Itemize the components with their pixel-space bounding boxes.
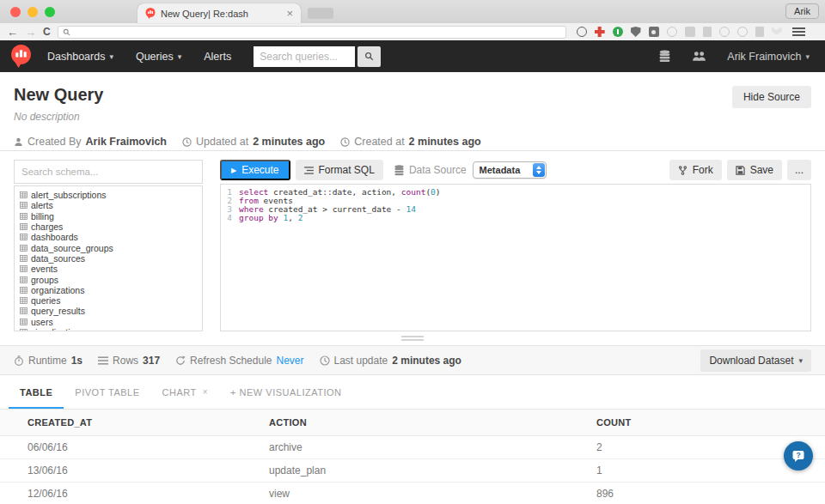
new-tab-button[interactable] [308, 8, 333, 19]
reload-icon[interactable]: C [43, 27, 51, 37]
table-grid-icon [20, 276, 28, 283]
schema-browser: alert_subscriptionsalertsbillingchargesd… [14, 160, 203, 331]
dimmed-extension-icon[interactable] [667, 27, 677, 37]
data-source-select[interactable]: Metadata [473, 161, 547, 179]
refresh-schedule-link[interactable]: Never [276, 355, 303, 367]
table-grid-icon [20, 297, 28, 304]
close-icon[interactable] [203, 387, 208, 397]
column-header[interactable]: CREATED_AT [0, 417, 269, 428]
editor-resize-handle[interactable] [401, 336, 424, 343]
dimmed-extension-icon[interactable] [685, 27, 695, 37]
sql-code: select created_at::date, action, count(0… [235, 188, 441, 331]
table-grid-icon [20, 245, 28, 252]
tab-table[interactable]: TABLE [9, 375, 64, 409]
browser-profile-button[interactable]: Arik [785, 3, 819, 19]
results-table: CREATED_AT ACTION COUNT 06/06/16 archive… [0, 410, 825, 504]
back-icon[interactable]: ← [7, 27, 18, 38]
user-menu[interactable]: Arik Fraimovich [727, 51, 810, 63]
forward-icon[interactable]: → [25, 27, 36, 38]
schema-table-item[interactable]: data_sources [20, 253, 202, 264]
column-header[interactable]: COUNT [596, 417, 825, 428]
shield-extension-icon[interactable] [631, 27, 641, 37]
schema-table-item[interactable]: alerts [20, 200, 202, 210]
extension-icons [577, 27, 782, 37]
history-extension-icon[interactable] [595, 27, 605, 37]
sql-editor[interactable]: 1234 select created_at::date, action, co… [220, 184, 811, 331]
schema-table-item[interactable]: query_results [20, 306, 202, 316]
cell-action: view [269, 488, 596, 500]
browser-tab[interactable]: New Query| Re:dash [138, 3, 301, 23]
download-dataset-button[interactable]: Download Dataset [700, 349, 811, 372]
zoom-window-button[interactable] [45, 7, 55, 17]
dimmed-extension-icon[interactable] [772, 27, 782, 37]
last-update: Last update2 minutes ago [320, 355, 461, 367]
cell-count: 896 [596, 488, 825, 500]
browser-address-row: ← → C [0, 23, 825, 40]
table-row: 12/06/16 view 896 [0, 483, 825, 504]
table-grid-icon [20, 255, 28, 262]
green-circle-extension-icon[interactable] [613, 27, 623, 37]
camera-extension-icon[interactable] [649, 27, 659, 37]
schema-table-item[interactable]: groups [20, 274, 202, 284]
editor-toolbar: Execute Format SQL Data Source Metadata … [220, 160, 811, 180]
minimize-window-button[interactable] [28, 7, 38, 17]
tab-chart[interactable]: CHART [151, 375, 220, 409]
created-at: Created at2 minutes ago [340, 136, 480, 148]
select-stepper-icon [533, 163, 545, 177]
more-options-button[interactable]: ... [787, 160, 811, 180]
fork-button[interactable]: Fork [669, 160, 722, 180]
tab-pivot-table[interactable]: PIVOT TABLE [64, 375, 150, 409]
table-grid-icon [20, 191, 28, 198]
schema-table-item[interactable]: charges [20, 222, 202, 232]
browser-menu-icon[interactable] [792, 27, 805, 36]
column-header[interactable]: ACTION [269, 417, 596, 428]
search-queries-button[interactable] [358, 46, 381, 67]
search-icon [364, 52, 374, 61]
clock-icon [182, 137, 192, 147]
schema-table-item[interactable]: organizations [20, 285, 202, 295]
nav-queries[interactable]: Queries [136, 51, 181, 63]
cell-action: update_plan [269, 465, 596, 477]
browser-tab-strip: New Query| Re:dash Arik [0, 0, 825, 23]
runtime: Runtime1s [14, 355, 82, 367]
schema-table-item[interactable]: queries [20, 295, 202, 306]
schema-table-list: alert_subscriptionsalertsbillingchargesd… [14, 185, 203, 331]
schema-search-input[interactable] [14, 160, 203, 184]
schema-table-item[interactable]: billing [20, 211, 202, 222]
person-icon [14, 137, 23, 147]
dimmed-extension-icon[interactable] [703, 27, 712, 37]
help-button[interactable]: ? [784, 441, 813, 471]
redash-favicon [145, 8, 156, 19]
query-header: New Query No description Created ByArik … [0, 72, 825, 151]
nav-dashboards[interactable]: Dashboards [47, 51, 113, 63]
nav-alerts[interactable]: Alerts [204, 51, 231, 63]
cell-created-at: 13/06/16 [0, 465, 269, 477]
execute-button[interactable]: Execute [220, 160, 290, 180]
schema-table-item[interactable]: data_source_groups [20, 242, 202, 252]
tab-new-visualization[interactable]: + NEW VISUALIZATION [219, 375, 352, 409]
info-extension-icon[interactable] [577, 27, 587, 37]
table-grid-icon [20, 213, 28, 220]
hide-source-button[interactable]: Hide Source [732, 86, 811, 108]
search-queries-input[interactable] [254, 46, 355, 67]
schema-table-item[interactable]: alert_subscriptions [20, 190, 202, 200]
tab-close-icon[interactable] [286, 7, 293, 20]
data-sources-icon[interactable] [658, 50, 671, 63]
groups-icon[interactable] [692, 51, 706, 62]
close-window-button[interactable] [10, 7, 21, 17]
fork-icon [678, 166, 688, 175]
format-sql-button[interactable]: Format SQL [296, 160, 383, 180]
url-bar[interactable] [58, 26, 566, 39]
dimmed-extension-icon[interactable] [737, 27, 748, 37]
table-grid-icon [20, 223, 28, 230]
redash-logo[interactable] [10, 45, 32, 68]
query-description[interactable]: No description [14, 111, 811, 123]
schema-table-item[interactable]: dashboards [20, 232, 202, 242]
save-button[interactable]: Save [727, 160, 782, 180]
schema-table-item[interactable]: users [20, 317, 202, 327]
rows-icon [98, 356, 108, 365]
results-header-row: CREATED_AT ACTION COUNT [0, 410, 825, 436]
dimmed-extension-icon[interactable] [719, 27, 730, 37]
schema-table-item[interactable]: events [20, 264, 202, 274]
dimmed-extension-icon[interactable] [755, 27, 764, 37]
